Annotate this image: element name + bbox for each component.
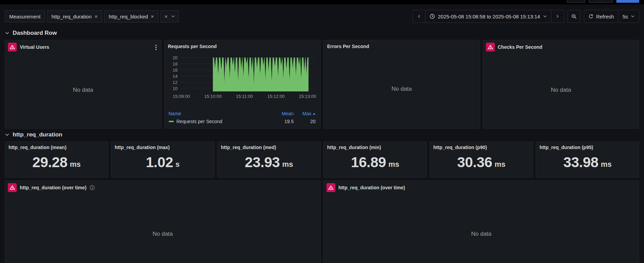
remove-filter-icon[interactable]: × xyxy=(94,14,98,19)
refresh-interval-value: 5s xyxy=(622,14,628,19)
time-controls: 2025-05-08 15:08:58 to 2025-05-08 15:13:… xyxy=(412,10,639,23)
stat-value: 23.93ms xyxy=(221,150,317,175)
stat-value: 1.02s xyxy=(115,150,211,175)
svg-text:14: 14 xyxy=(172,74,177,79)
refresh-label: Refresh xyxy=(596,14,614,19)
stat-panel-max: http_req_duration (max) 1.02s xyxy=(111,142,214,178)
filter-combobox[interactable]: × xyxy=(160,10,179,23)
filter-chip-http-req-blocked[interactable]: http_req_blocked × xyxy=(104,10,158,23)
alert-state-icon[interactable] xyxy=(8,183,17,192)
legend-mean-value: 19.5 xyxy=(263,119,294,124)
legend-sort-mean[interactable]: Mean xyxy=(263,111,294,116)
no-data-message: No data xyxy=(483,52,639,128)
refresh-button[interactable]: Refresh xyxy=(584,10,619,23)
adhoc-filters: Measurement http_req_duration × http_req… xyxy=(5,10,179,23)
svg-text:12: 12 xyxy=(172,80,177,85)
row-header-http-req-duration[interactable]: http_req_duration xyxy=(0,129,644,142)
panel-title[interactable]: http_req_duration (over time) xyxy=(20,185,86,190)
time-range-text: 2025-05-08 15:08:58 to 2025-05-08 15:13:… xyxy=(438,14,540,19)
chevron-down-icon[interactable] xyxy=(5,31,10,35)
panel-row-over-time: http_req_duration (over time) No data ht… xyxy=(0,180,644,263)
svg-text:15:10:00: 15:10:00 xyxy=(204,94,222,99)
no-data-message: No data xyxy=(5,192,320,263)
panel-description-info-icon[interactable] xyxy=(89,185,95,190)
stat-panel-row: http_req_duration (mean) 29.28ms http_re… xyxy=(0,142,644,178)
stat-panel-p95: http_req_duration (p95) 33.98ms xyxy=(536,142,639,178)
legend-sort-max[interactable]: Max xyxy=(294,111,316,116)
row-header-dashboard-row[interactable]: Dashboard Row xyxy=(0,27,644,40)
requests-per-second-chart[interactable]: 10121416182015:09:0015:10:0015:11:0015:1… xyxy=(167,51,318,100)
chart-legend: Name Mean Max Requests per Second 19.5 2… xyxy=(165,110,321,128)
timeseries-chart[interactable]: 10121416182015:09:0015:10:0015:11:0015:1… xyxy=(165,50,321,101)
panel-title[interactable]: Requests per Second xyxy=(168,44,217,49)
panel-virtual-users: Virtual Users No data xyxy=(5,40,162,129)
measurement-filter-label: Measurement xyxy=(9,14,41,19)
svg-text:15:12:00: 15:12:00 xyxy=(267,94,284,99)
sort-ascending-icon xyxy=(313,113,316,115)
legend-max-value: 20 xyxy=(294,119,316,124)
svg-text:15:11:00: 15:11:00 xyxy=(236,94,253,99)
stat-panel-min: http_req_duration (min) 16.89ms xyxy=(323,142,427,178)
row-title: Dashboard Row xyxy=(13,30,57,36)
alert-state-icon[interactable] xyxy=(326,183,335,192)
panel-title[interactable]: http_req_duration (mean) xyxy=(9,145,104,150)
legend-sort-name[interactable]: Name xyxy=(169,111,263,116)
panel-errors-per-second: Errors Per Second No data xyxy=(323,40,480,129)
chevron-down-icon xyxy=(631,14,635,18)
panel-menu-icon[interactable] xyxy=(154,44,158,51)
stat-panel-med: http_req_duration (med) 23.93ms xyxy=(217,142,321,178)
time-range-picker-button[interactable]: 2025-05-08 15:08:58 to 2025-05-08 15:13:… xyxy=(425,10,551,23)
panel-title[interactable]: Virtual Users xyxy=(20,44,49,50)
zoom-out-time-button[interactable] xyxy=(568,10,580,23)
stat-value: 29.28ms xyxy=(9,150,104,175)
svg-text:20: 20 xyxy=(172,55,177,60)
clock-icon xyxy=(430,14,435,19)
svg-text:16: 16 xyxy=(172,68,177,73)
svg-text:15:09:00: 15:09:00 xyxy=(172,94,190,99)
panel-title[interactable]: http_req_duration (p90) xyxy=(433,145,529,150)
panel-title[interactable]: Errors Per Second xyxy=(327,44,369,49)
filter-chip-label: http_req_duration xyxy=(52,14,92,19)
stat-value: 30.36ms xyxy=(433,150,529,175)
panel-row-1: Virtual Users No data Requests per Secon… xyxy=(0,40,644,129)
panel-title[interactable]: http_req_duration (min) xyxy=(327,145,423,150)
chevron-down-icon[interactable] xyxy=(171,14,175,18)
top-navbar: Edit Export Share xyxy=(0,0,644,4)
stat-panel-p90: http_req_duration (p90) 30.36ms xyxy=(430,142,533,178)
chevron-down-icon xyxy=(543,14,547,18)
row-title: http_req_duration xyxy=(13,131,62,138)
remove-filter-icon[interactable]: × xyxy=(151,14,154,19)
panel-http-req-duration-over-time-right: http_req_duration (over time) No data xyxy=(323,180,639,263)
time-shift-back-button[interactable] xyxy=(412,10,425,23)
export-button[interactable]: Export xyxy=(589,0,613,3)
refresh-interval-dropdown[interactable]: 5s xyxy=(618,10,639,23)
legend-series-toggle[interactable]: Requests per Second xyxy=(169,119,263,124)
panel-title[interactable]: http_req_duration (p95) xyxy=(540,145,635,150)
no-data-message: No data xyxy=(324,192,639,263)
svg-text:18: 18 xyxy=(172,61,177,67)
refresh-icon xyxy=(588,14,593,19)
no-data-message: No data xyxy=(324,50,480,128)
share-button[interactable]: Share xyxy=(616,0,639,3)
time-shift-forward-button[interactable] xyxy=(551,10,564,23)
panel-requests-per-second: Requests per Second 10121416182015:09:00… xyxy=(164,40,321,129)
panel-title[interactable]: http_req_duration (over time) xyxy=(338,185,405,190)
chevron-down-icon[interactable] xyxy=(5,132,10,137)
bookmark-icon[interactable] xyxy=(558,0,563,0)
series-color-swatch xyxy=(169,121,174,122)
dashboard-controls-bar: Measurement http_req_duration × http_req… xyxy=(0,4,644,27)
stat-value: 16.89ms xyxy=(327,150,423,175)
edit-button[interactable]: Edit xyxy=(567,0,585,3)
panel-title[interactable]: http_req_duration (med) xyxy=(221,145,317,150)
filter-chip-label: http_req_blocked xyxy=(109,14,148,19)
measurement-filter-chip[interactable]: Measurement xyxy=(5,10,45,23)
filter-chip-http-req-duration[interactable]: http_req_duration × xyxy=(47,10,102,23)
panel-title[interactable]: http_req_duration (max) xyxy=(115,145,211,150)
alert-state-icon[interactable] xyxy=(486,43,495,52)
panel-title[interactable]: Checks Per Second xyxy=(498,44,543,50)
clear-filters-icon[interactable]: × xyxy=(164,14,168,19)
legend-series-row: Requests per Second 19.5 20 xyxy=(169,117,316,126)
alert-state-icon[interactable] xyxy=(8,43,17,52)
svg-text:10: 10 xyxy=(172,86,177,91)
stat-value: 33.98ms xyxy=(540,150,635,175)
